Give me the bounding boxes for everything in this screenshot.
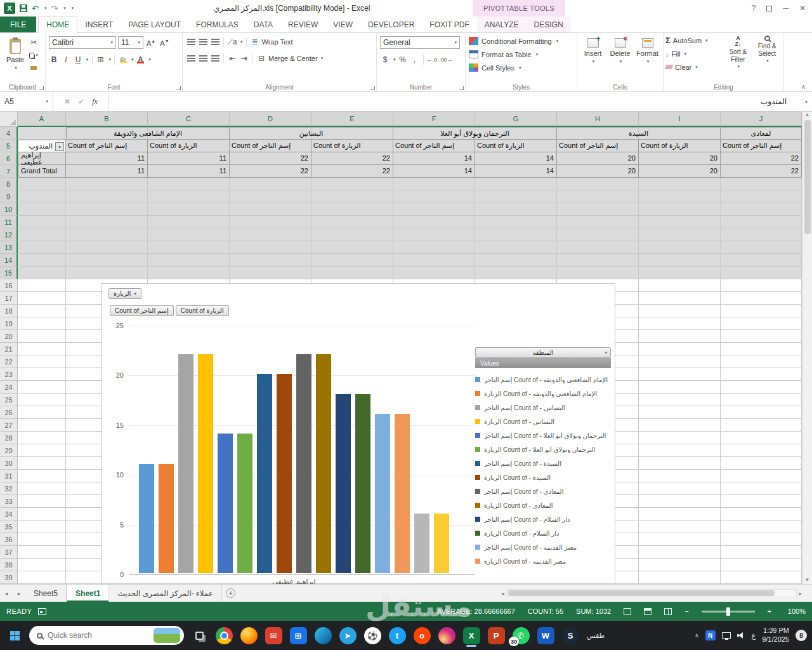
row-header-35[interactable]: 35 [0, 521, 18, 533]
row-header-12[interactable]: 12 [0, 229, 18, 241]
row-header-9[interactable]: 9 [0, 190, 18, 203]
page-break-view-icon[interactable] [664, 608, 672, 615]
chart-bar[interactable] [375, 414, 390, 573]
row-header-11[interactable]: 11 [0, 216, 18, 229]
find-select-button[interactable]: Find & Select▾ [752, 36, 782, 73]
normal-view-icon[interactable] [624, 608, 631, 615]
legend-item[interactable]: مصر القديمه - Count of الزيارة [475, 554, 612, 568]
football-icon[interactable]: ⚽ [362, 623, 383, 647]
font-color-button[interactable]: A [136, 54, 146, 65]
italic-button[interactable]: I [61, 54, 71, 65]
percent-style-button[interactable]: % [398, 54, 408, 65]
row-header-39[interactable]: 39 [0, 571, 18, 584]
twitter-icon[interactable]: t [387, 623, 407, 647]
align-right-button[interactable] [210, 53, 220, 64]
chart-bar[interactable] [139, 464, 154, 573]
search-input[interactable] [48, 631, 148, 640]
legend-item[interactable]: السيدة - Count of الزيارة [475, 470, 612, 484]
increase-indent-button[interactable]: ⇥ [239, 53, 249, 64]
row-header-10[interactable]: 10 [0, 203, 18, 216]
horizontal-scrollbar[interactable]: ◂ ▸ [501, 588, 802, 598]
word-icon[interactable]: W [535, 623, 556, 647]
ribbon-tab[interactable]: PAGE LAYOUT [121, 17, 188, 32]
ribbon-tab[interactable]: FORMULAS [188, 17, 246, 32]
row-header-5[interactable]: 5 [0, 140, 18, 152]
column-header[interactable]: B [66, 112, 148, 127]
horizontal-scroll-thumb[interactable] [508, 590, 775, 596]
pivot-column-header[interactable]: Count of إسم التاجر [66, 140, 148, 152]
bottom-align-button[interactable] [210, 36, 220, 48]
grow-font-button[interactable]: A▲ [145, 39, 157, 47]
pivot-column-header[interactable]: Count of إسم التاجر [721, 140, 802, 152]
align-center-button[interactable] [198, 53, 208, 64]
legend-item[interactable]: دار السلام - Count of الزيارة [475, 526, 612, 540]
fill-button[interactable]: ↓Fill▾ [665, 48, 724, 60]
instagram-icon[interactable] [436, 623, 457, 647]
pivot-value-cell[interactable]: 22 [230, 165, 311, 178]
column-header[interactable]: C [148, 112, 230, 127]
chart-bar[interactable] [237, 434, 252, 573]
close-button[interactable]: ✕ [799, 4, 806, 13]
pivot-value-cell[interactable]: 14 [475, 152, 557, 165]
pivot-value-cell[interactable]: 11 [66, 165, 148, 178]
redo-button[interactable]: ↷ [51, 4, 58, 13]
column-header[interactable]: G [475, 112, 557, 127]
row-header-23[interactable]: 23 [0, 368, 18, 381]
alignment-dialog-launcher[interactable] [370, 86, 375, 90]
row-header-16[interactable]: 16 [0, 279, 18, 292]
column-header[interactable]: A [18, 112, 66, 127]
row-header-14[interactable]: 14 [0, 254, 18, 267]
merge-center-button[interactable]: Merge & Center [268, 55, 318, 62]
insert-function-button[interactable]: fx [92, 97, 98, 107]
chart-bar[interactable] [395, 414, 410, 573]
row-header-20[interactable]: 20 [0, 330, 18, 343]
number-format-select[interactable]: General▾ [380, 36, 460, 49]
help-button[interactable]: ? [752, 4, 756, 13]
format-as-table-button[interactable]: Format as Table▾ [468, 48, 575, 61]
whatsapp-icon[interactable]: ✆30 [511, 623, 531, 647]
zoom-slider[interactable] [702, 611, 755, 613]
formula-input[interactable]: المندوب [109, 92, 801, 111]
delete-cells-button[interactable]: Delete▾ [608, 38, 633, 64]
legend-item[interactable]: المعادى - Count of الزيارة [475, 498, 612, 512]
excel-app-icon[interactable]: X [4, 3, 15, 14]
taskbar-clock[interactable]: 1:39 PM 9/1/2025 [762, 627, 789, 644]
qat-customize-button[interactable]: ▾ [72, 6, 74, 11]
pivot-filter-icon[interactable]: ▾ [55, 142, 64, 151]
pivot-column-header[interactable]: Count of الزيارة [639, 140, 721, 152]
accounting-format-button[interactable]: $ [380, 54, 390, 65]
row-header-4[interactable]: 4 [0, 127, 18, 140]
row-header-6[interactable]: 6 [0, 152, 18, 165]
notification-count-badge[interactable]: 8 [796, 630, 807, 641]
excel-taskbar-icon[interactable]: X [461, 623, 481, 647]
ribbon-tab[interactable]: FILE [0, 17, 36, 32]
pivot-value-cell[interactable]: 22 [311, 152, 393, 165]
pivot-column-header[interactable]: Count of الزيارة [148, 140, 230, 152]
page-layout-view-icon[interactable] [644, 608, 652, 615]
pivot-row-field-cell[interactable]: المندوب▾ [18, 140, 66, 152]
chrome-icon[interactable] [214, 623, 234, 647]
legend-item[interactable]: البساتين - Count of إسم التاجر [475, 401, 612, 415]
legend-item[interactable]: الترجمان وبولاق أبو العلا - Count of إسم… [475, 428, 612, 442]
column-header[interactable]: D [230, 112, 311, 127]
legend-item[interactable]: المعادى - Count of إسم التاجر [475, 484, 612, 498]
row-header-38[interactable]: 38 [0, 559, 18, 571]
sheet-nav-left-icon[interactable]: ◂ [0, 585, 13, 602]
align-left-button[interactable] [186, 53, 196, 64]
pivot-column-header[interactable]: Count of إسم التاجر [230, 140, 311, 152]
pivot-value-cell[interactable]: 20 [557, 152, 639, 165]
orientation-button[interactable]: ⟋a [227, 36, 237, 48]
pivot-value-cell[interactable]: 11 [148, 165, 230, 178]
ribbon-tab[interactable]: ANALYZE [477, 17, 527, 32]
new-sheet-button[interactable]: + [222, 585, 240, 602]
cell-styles-button[interactable]: Cell Styles▾ [468, 61, 575, 74]
undo-button[interactable]: ↶ [32, 4, 39, 13]
minimize-button[interactable]: ─ [783, 4, 789, 13]
select-all-corner[interactable] [0, 112, 18, 127]
font-size-select[interactable]: 11▾ [118, 36, 143, 49]
start-button[interactable] [5, 626, 24, 645]
underline-button[interactable]: U [73, 54, 83, 65]
column-header[interactable]: E [311, 112, 393, 127]
chart-bar[interactable] [218, 434, 233, 573]
pivot-region-header[interactable]: الترجمان وبولاق أبو العلا [393, 127, 557, 140]
